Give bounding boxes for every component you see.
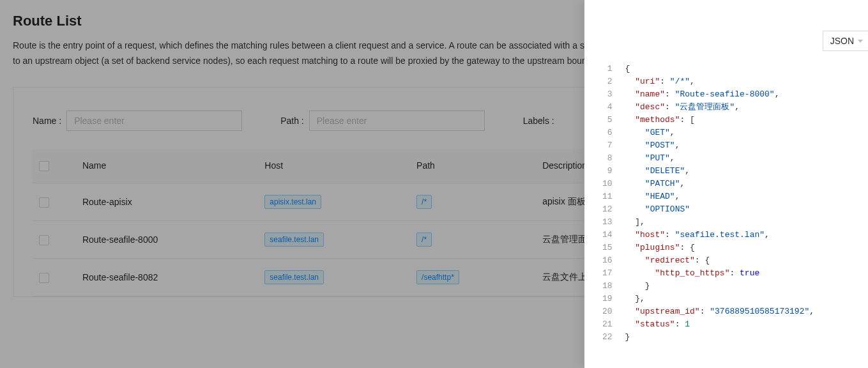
line-gutter: 12345678910111213141516171819202122 xyxy=(602,63,625,368)
format-select-label: JSON xyxy=(830,36,854,46)
code-content[interactable]: { "uri": "/*", "name": "Route-seafile-80… xyxy=(625,63,814,368)
route-detail-drawer: JSON 12345678910111213141516171819202122… xyxy=(584,0,868,368)
json-editor[interactable]: 12345678910111213141516171819202122 { "u… xyxy=(602,63,868,368)
modal-overlay[interactable] xyxy=(0,0,584,368)
format-select[interactable]: JSON xyxy=(823,31,868,51)
drawer-header xyxy=(584,0,868,31)
